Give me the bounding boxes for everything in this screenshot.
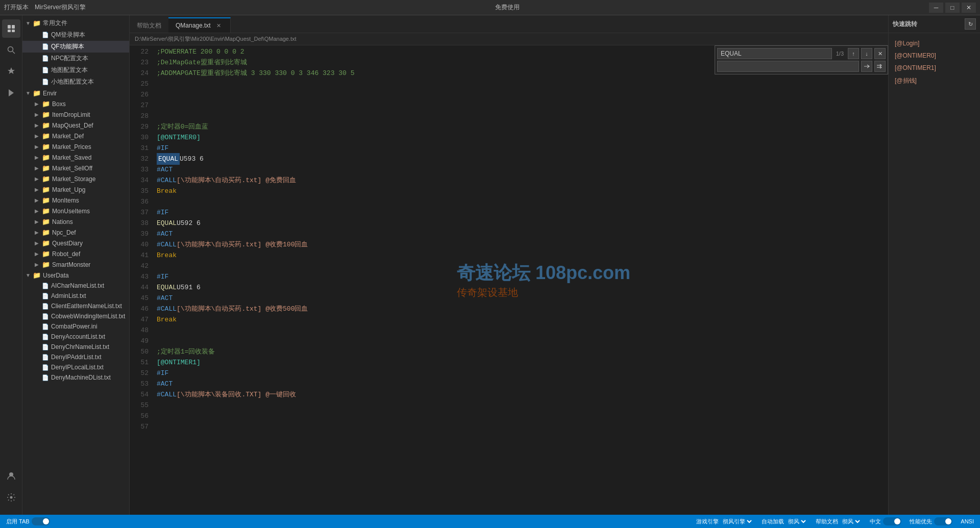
jump-item-ontimer0[interactable]: [@ONTIMER0] <box>889 49 980 62</box>
minimize-button[interactable]: ─ <box>929 3 943 13</box>
sidebar-item-combatpower[interactable]: 📄 CombatPower.ini <box>22 321 129 332</box>
code-line[interactable] <box>153 196 888 207</box>
jump-item-login[interactable]: [@Login] <box>889 37 980 49</box>
sidebar-item-denyipaddr[interactable]: 📄 DenyIPAddrList.txt <box>22 352 129 362</box>
tab-qmanage-close[interactable]: ✕ <box>215 21 223 30</box>
code-line[interactable]: EQUAL U593 6 <box>153 154 888 164</box>
code-line[interactable] <box>153 336 888 346</box>
jump-item-donate[interactable]: [@捐钱] <box>889 74 980 88</box>
code-line[interactable]: Break <box>153 250 888 261</box>
code-line[interactable]: #IF <box>153 368 888 379</box>
code-token: [@ONTIMER0] <box>157 132 201 143</box>
user-icon-button[interactable] <box>2 467 20 485</box>
code-line[interactable] <box>153 79 888 89</box>
sidebar-item-aichar[interactable]: 📄 AICharNameList.txt <box>22 281 129 291</box>
find-close-button[interactable]: ✕ <box>874 48 886 59</box>
sidebar-item-market-saved[interactable]: ▶ 📁 Market_Saved <box>22 152 129 163</box>
code-line[interactable]: #IF <box>153 271 888 282</box>
sidebar-item-nations[interactable]: ▶ 📁 Nations <box>22 216 129 227</box>
replace-all-button[interactable] <box>874 61 886 72</box>
code-line[interactable] <box>153 89 888 100</box>
sidebar-item-questdiary[interactable]: ▶ 📁 QuestDiary <box>22 238 129 248</box>
sidebar-item-adminlist[interactable]: 📄 AdminList.txt <box>22 291 129 301</box>
code-line[interactable]: #ACT <box>153 164 888 175</box>
status-tab-toggle[interactable]: 启用 TAB <box>6 517 50 525</box>
replace-single-button[interactable] <box>861 61 872 72</box>
sidebar-folder-common[interactable]: ▼ 📁 常用文件 <box>22 17 129 29</box>
sidebar-item-map-config[interactable]: 📄 地图配置文本 <box>22 64 129 76</box>
sidebar-item-itemdroplimit[interactable]: ▶ 📁 ItemDropLimit <box>22 109 129 120</box>
code-line[interactable] <box>153 111 888 121</box>
code-line[interactable]: #CALL [\功能脚本\自动买药.txt] @免费回血 <box>153 175 888 186</box>
code-line[interactable]: ;定时器0=回血蓝 <box>153 121 888 132</box>
sidebar-item-market-selloff[interactable]: ▶ 📁 Market_SellOff <box>22 163 129 173</box>
code-line[interactable]: #CALL [\功能脚本\自动买药.txt] @收费100回血 <box>153 239 888 250</box>
find-input[interactable] <box>717 48 832 59</box>
sidebar-item-market-upg[interactable]: ▶ 📁 Market_Upg <box>22 184 129 195</box>
sidebar-item-boxs[interactable]: ▶ 📁 Boxs <box>22 98 129 109</box>
code-line[interactable]: Break <box>153 314 888 325</box>
code-line[interactable] <box>153 421 888 432</box>
sidebar-folder-envir[interactable]: ▼ 📁 Envir <box>22 88 129 98</box>
code-line[interactable]: [@ONTIMER0] <box>153 132 888 143</box>
sidebar-item-npc-config[interactable]: 📄 NPC配置文本 <box>22 53 129 64</box>
status-help-doc-select[interactable]: 彻风 <box>840 518 862 525</box>
status-game-engine-select[interactable]: 彻风引擎 <box>721 518 753 525</box>
code-line[interactable]: [@ONTIMER1] <box>153 357 888 368</box>
lang-toggle-switch[interactable] <box>883 517 901 525</box>
sidebar-item-mapquest-def[interactable]: ▶ 📁 MapQuest_Def <box>22 120 129 131</box>
tab-qmanage[interactable]: QManage.txt ✕ <box>168 17 231 33</box>
code-line[interactable] <box>153 261 888 271</box>
code-line[interactable] <box>153 411 888 421</box>
sidebar-item-smartmonster[interactable]: ▶ 📁 SmartMonster <box>22 259 129 270</box>
sidebar-item-cobweb[interactable]: 📄 CobwebWindingItemList.txt <box>22 311 129 321</box>
sidebar-item-denyiplocal[interactable]: 📄 DenyIPLocalList.txt <box>22 362 129 372</box>
sidebar-item-market-storage[interactable]: ▶ 📁 Market_Storage <box>22 173 129 184</box>
sidebar-item-denymachine[interactable]: 📄 DenyMachineDList.txt <box>22 372 129 383</box>
code-line[interactable]: #CALL [\功能脚本\自动买药.txt] @收费500回血 <box>153 304 888 314</box>
run-icon-button[interactable] <box>2 84 20 102</box>
jump-item-ontimer1[interactable]: [@ONTIMER1] <box>889 62 980 74</box>
sidebar-item-npc-def[interactable]: ▶ 📁 Npc_Def <box>22 227 129 238</box>
sidebar-item-qm-login[interactable]: 📄 QM登录脚本 <box>22 29 129 41</box>
sidebar-item-market-def[interactable]: ▶ 📁 Market_Def <box>22 131 129 141</box>
sidebar-item-monuseitems[interactable]: ▶ 📁 MonUseItems <box>22 206 129 216</box>
plugins-icon-button[interactable] <box>2 62 20 81</box>
code-line[interactable]: EQUAL U591 6 <box>153 282 888 293</box>
search-icon-button[interactable] <box>2 41 20 59</box>
sidebar-folder-userdata[interactable]: ▼ 📁 UserData <box>22 270 129 281</box>
code-line[interactable]: #ACT <box>153 379 888 389</box>
status-auto-add-select[interactable]: 彻风 <box>786 518 807 525</box>
replace-input[interactable] <box>717 61 859 72</box>
code-line[interactable] <box>153 400 888 411</box>
tab-toggle-switch[interactable] <box>32 517 50 525</box>
code-line[interactable]: #ACT <box>153 293 888 304</box>
sidebar-item-monitems[interactable]: ▶ 📁 MonItems <box>22 195 129 206</box>
sidebar-item-clienteat[interactable]: 📄 ClientEatItemNameList.txt <box>22 301 129 311</box>
explorer-icon-button[interactable] <box>2 19 20 38</box>
code-line[interactable]: Break <box>153 186 888 196</box>
code-line[interactable]: #IF <box>153 207 888 218</box>
code-line[interactable]: #CALL [\功能脚本\装备回收.TXT] @一键回收 <box>153 389 888 400</box>
sidebar-item-qf-func[interactable]: 📄 QF功能脚本 <box>22 41 129 53</box>
code-line[interactable] <box>153 100 888 111</box>
code-line[interactable]: #ACT <box>153 229 888 239</box>
close-button[interactable]: ✕ <box>962 3 976 13</box>
code-line[interactable] <box>153 325 888 336</box>
code-line[interactable]: ;定时器1=回收装备 <box>153 346 888 357</box>
find-up-button[interactable]: ↑ <box>848 48 859 59</box>
sidebar-item-denychr[interactable]: 📄 DenyChrNameList.txt <box>22 342 129 352</box>
sidebar-item-market-prices[interactable]: ▶ 📁 Market_Prices <box>22 141 129 152</box>
settings-icon-button[interactable] <box>2 488 20 507</box>
sidebar-item-minimap[interactable]: 📄 小地图配置文本 <box>22 76 129 88</box>
find-down-button[interactable]: ↓ <box>861 48 872 59</box>
code-line[interactable]: #IF <box>153 143 888 154</box>
sidebar-item-robot-def[interactable]: ▶ 📁 Robot_def <box>22 248 129 259</box>
maximize-button[interactable]: □ <box>945 3 960 13</box>
perf-toggle-switch[interactable] <box>934 517 952 525</box>
quick-jump-refresh-button[interactable]: ↻ <box>965 18 976 30</box>
code-line[interactable]: EQUAL U592 6 <box>153 218 888 229</box>
code-content[interactable]: ;POWERRATE 200 0 0 0 2;DelMapGate 盟重省到比寄… <box>153 45 888 515</box>
tab-help[interactable]: 帮助文档 <box>130 18 168 33</box>
sidebar-item-denyaccount[interactable]: 📄 DenyAccountList.txt <box>22 332 129 342</box>
